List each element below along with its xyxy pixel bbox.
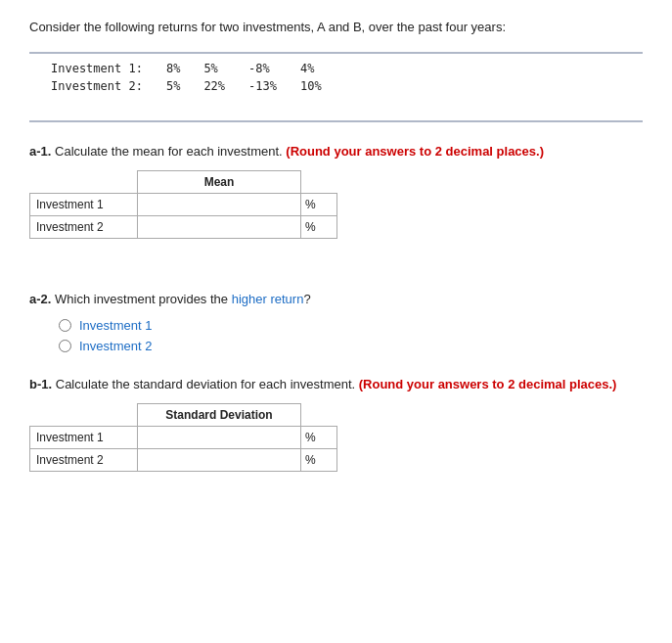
inv2-val4: 10%	[289, 77, 334, 95]
inv2-label: Investment 2:	[39, 77, 155, 95]
mean-inv1-input-cell[interactable]	[138, 194, 301, 216]
radio-inv1-text: Investment 1	[79, 318, 152, 333]
mean-inv1-unit: %	[301, 194, 337, 216]
mean-inv2-label: Investment 2	[30, 216, 138, 239]
section-b1-instruction: (Round your answers to 2 decimal places.…	[355, 377, 616, 391]
radio-inv1[interactable]	[59, 319, 71, 332]
mean-inv2-input[interactable]	[144, 219, 294, 235]
stddev-inv1-unit: %	[301, 427, 337, 449]
section-a2-end: ?	[303, 292, 310, 306]
section-a1-title: a-1. Calculate the mean for each investm…	[29, 144, 643, 159]
radio-inv1-label[interactable]: Investment 1	[59, 318, 643, 333]
radio-inv2-label[interactable]: Investment 2	[59, 339, 643, 353]
mean-row-2: Investment 2 %	[30, 216, 337, 239]
section-a2-highlight: higher return	[228, 292, 303, 306]
section-a2-title: a-2. Which investment provides the highe…	[29, 292, 643, 306]
stddev-table: Standard Deviation Investment 1 % Invest…	[29, 403, 337, 472]
inv1-val4: 4%	[289, 60, 334, 77]
stddev-inv2-input[interactable]	[144, 452, 294, 468]
mean-row-1: Investment 1 %	[30, 194, 337, 216]
table-row: Investment 1: 8% 5% -8% 4%	[39, 60, 334, 77]
radio-inv2[interactable]	[59, 340, 71, 352]
section-a2-label: a-2.	[29, 292, 51, 306]
section-b1: b-1. Calculate the standard deviation fo…	[29, 377, 643, 472]
radio-inv2-text: Investment 2	[79, 339, 152, 353]
radio-group-a2: Investment 1 Investment 2	[59, 318, 643, 353]
inv2-val1: 5%	[155, 77, 192, 95]
returns-table-wrapper: Investment 1: 8% 5% -8% 4% Investment 2:…	[29, 52, 643, 122]
stddev-row-1: Investment 1 %	[30, 427, 337, 449]
section-a1-normal: Calculate the mean for each investment.	[51, 144, 282, 159]
inv1-val1: 8%	[155, 60, 192, 77]
table-row: Investment 2: 5% 22% -13% 10%	[39, 77, 334, 95]
stddev-col-header: Standard Deviation	[138, 404, 301, 427]
stddev-inv2-input-cell[interactable]	[138, 449, 301, 472]
intro-text: Consider the following returns for two i…	[29, 20, 643, 34]
stddev-inv1-input[interactable]	[144, 430, 294, 445]
inv1-label: Investment 1:	[39, 60, 155, 77]
section-a1-label: a-1.	[29, 144, 51, 159]
mean-col-header: Mean	[138, 171, 301, 194]
mean-inv2-unit: %	[301, 216, 337, 239]
stddev-inv1-input-cell[interactable]	[138, 427, 301, 449]
inv1-val2: 5%	[192, 60, 237, 77]
section-a2: a-2. Which investment provides the highe…	[29, 292, 643, 353]
mean-inv2-input-cell[interactable]	[138, 216, 301, 239]
stddev-inv2-unit: %	[301, 449, 337, 472]
inv2-val3: -13%	[237, 77, 289, 95]
section-b1-label: b-1.	[29, 377, 52, 391]
mean-inv1-label: Investment 1	[30, 194, 138, 216]
inv2-val2: 22%	[192, 77, 237, 95]
inv1-val3: -8%	[237, 60, 289, 77]
mean-inv1-input[interactable]	[144, 197, 294, 212]
stddev-row-2: Investment 2 %	[30, 449, 337, 472]
section-a1-instruction: (Round your answers to 2 decimal places.…	[283, 144, 544, 159]
mean-table: Mean Investment 1 % Investment 2 %	[29, 170, 337, 239]
section-b1-normal: Calculate the standard deviation for eac…	[52, 377, 355, 391]
returns-table: Investment 1: 8% 5% -8% 4% Investment 2:…	[39, 60, 334, 95]
stddev-inv2-label: Investment 2	[30, 449, 138, 472]
section-b1-title: b-1. Calculate the standard deviation fo…	[29, 377, 643, 391]
section-a2-normal: Which investment provides the	[51, 292, 228, 306]
stddev-inv1-label: Investment 1	[30, 427, 138, 449]
section-a1: a-1. Calculate the mean for each investm…	[29, 144, 643, 239]
